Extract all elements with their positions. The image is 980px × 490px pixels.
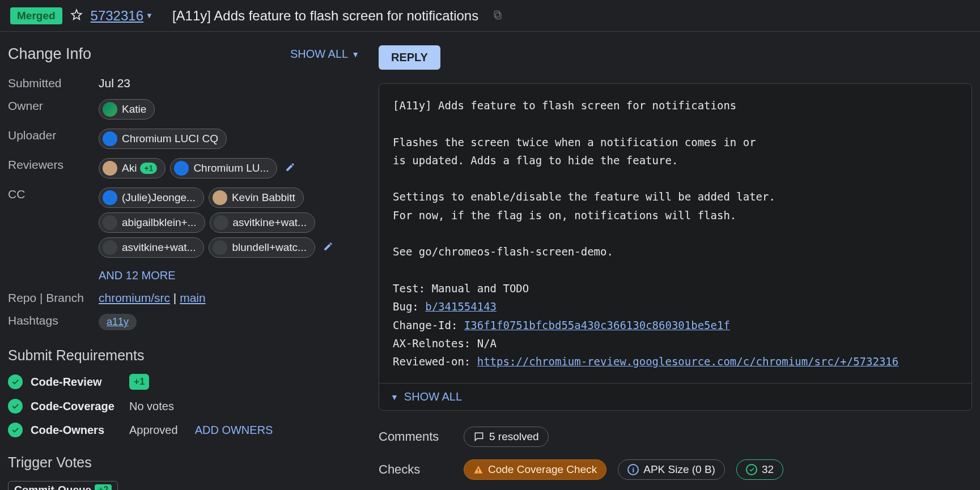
changeid-link[interactable]: I36f1f0751bfcbd55a430c366130c860301be5e1… [464,319,730,331]
cc-chip[interactable]: 👤(Julie)Jeonge... [99,188,204,208]
uploader-name: Chromium LUCI CQ [122,133,218,145]
pipe: | [170,291,180,304]
commit-show-all-label: SHOW ALL [404,390,462,403]
reviewer-chip[interactable]: Aki +1 [99,158,166,178]
reply-button[interactable]: REPLY [379,45,440,70]
star-icon[interactable] [70,8,83,23]
add-owners-button[interactable]: ADD OWNERS [195,424,273,437]
reviewed-link[interactable]: https://chromium-review.googlesource.com… [477,355,899,368]
cc-name: asvitkine+wat... [122,241,196,254]
copy-icon[interactable] [486,9,503,23]
req-name: Code-Owners [31,424,121,437]
svg-rect-2 [478,469,479,471]
commit-test: Test: Manual and TODO [393,282,529,295]
uploader-chip[interactable]: 👤 Chromium LUCI CQ [99,129,227,149]
checks-label: Checks [379,462,452,477]
check-icon [8,399,23,414]
submitted-label: Submitted [8,76,99,90]
ax-line: AX-Relnotes: N/A [393,337,497,350]
owner-name: Katie [122,103,146,116]
avatar [214,215,228,230]
checks-row: Checks Code Coverage Check i APK Size (0… [379,459,972,480]
chevron-down-icon: ▼ [351,50,359,59]
comments-row: Comments 5 resolved [379,427,972,447]
vote-badge: +1 [140,163,157,174]
owner-row: Owner Katie [8,99,359,120]
reviewed-label: Reviewed-on: [393,355,477,368]
change-number-link[interactable]: 5732316 [91,8,143,24]
cc-row: CC 👤(Julie)Jeonge... Kevin Babbitt abiga… [8,188,359,258]
req-name: Code-Review [31,376,121,389]
resolved-chip[interactable]: 5 resolved [464,427,549,447]
topbar: Merged 5732316 ▼ [A11y] Adds feature to … [0,0,980,32]
svg-rect-0 [496,12,501,19]
hashtag-chip[interactable]: a11y [99,314,137,330]
bug-link[interactable]: b/341554143 [425,300,497,313]
and-more-button[interactable]: AND 12 MORE [99,269,359,282]
avatar [213,240,227,255]
reviewer-name: Chromium LU... [193,162,269,174]
comments-label: Comments [379,429,452,444]
cc-name: abigailbklein+... [122,216,197,229]
trigger-vote-value: +2 [95,484,112,490]
edit-cc-button[interactable] [320,241,333,254]
hashtags-row: Hashtags a11y [8,314,359,330]
avatar [103,240,117,255]
comment-icon [473,431,485,442]
avatar [103,102,117,117]
commit-show-all-button[interactable]: ▼ SHOW ALL [379,383,971,410]
avatar [103,161,117,176]
commit-message-box: [A11y] Adds feature to flash screen for … [379,83,972,411]
submitted-value: Jul 23 [99,76,130,90]
reviewer-chip[interactable]: 👤 Chromium LU... [170,158,277,178]
check-chip-text: 32 [762,463,774,476]
cc-name: blundell+watc... [232,241,307,254]
repo-link[interactable]: chromium/src [99,291,170,304]
check-chip-warn[interactable]: Code Coverage Check [464,459,606,480]
show-all-label: SHOW ALL [290,48,348,61]
repo-branch-row: Repo | Branch chromium/src | main [8,291,359,305]
cc-name: Kevin Babbitt [232,191,295,204]
check-chip-text: APK Size (0 B) [643,463,715,476]
uploader-row: Uploader 👤 Chromium LUCI CQ [8,129,359,149]
avatar: 👤 [174,161,189,176]
cc-chip[interactable]: blundell+watc... [209,237,315,258]
resolved-text: 5 resolved [489,431,539,443]
avatar: 👤 [103,190,117,205]
cc-chip[interactable]: abigailbklein+... [99,212,205,233]
check-chip-ok[interactable]: 32 [736,459,783,480]
cc-chip[interactable]: asvitkine+wat... [99,237,204,258]
req-name: Code-Coverage [31,400,121,413]
avatar [213,190,227,205]
vote-badge: +1 [129,374,149,390]
check-icon [8,374,23,389]
req-row-code-review: Code-Review +1 [8,374,359,390]
avatar: 👤 [103,131,117,146]
commit-para: Flashes the screen twice when a notifica… [393,136,756,167]
page-title: [A11y] Adds feature to flash screen for … [172,8,478,24]
submit-requirements-heading: Submit Requirements [8,347,359,364]
cc-chip[interactable]: Kevin Babbitt [209,188,304,208]
req-status: Approved [129,424,178,437]
change-number-dropdown[interactable]: 5732316 ▼ [91,8,153,24]
branch-link[interactable]: main [180,291,206,304]
chevron-down-icon: ▼ [391,393,398,402]
chevron-down-icon: ▼ [146,11,153,20]
trigger-vote-chip[interactable]: Commit-Queue +2 [8,481,118,490]
owner-chip[interactable]: Katie [99,99,155,120]
info-icon: i [627,464,639,475]
cc-name: asvitkine+wat... [233,216,307,229]
warning-icon [473,465,483,475]
edit-reviewers-button[interactable] [282,162,295,174]
trigger-vote-name: Commit-Queue [14,484,91,490]
show-all-button[interactable]: SHOW ALL ▼ [290,48,359,61]
uploader-label: Uploader [8,129,99,142]
repo-branch-label: Repo | Branch [8,291,99,305]
commit-para: Settings to enable/disable the feature w… [393,190,775,221]
svg-rect-1 [494,11,499,17]
bug-label: Bug: [393,300,425,313]
cc-chip[interactable]: asvitkine+wat... [210,212,315,233]
changeid-label: Change-Id: [393,319,464,331]
submitted-row: Submitted Jul 23 [8,76,359,90]
check-chip-info[interactable]: i APK Size (0 B) [618,459,725,480]
